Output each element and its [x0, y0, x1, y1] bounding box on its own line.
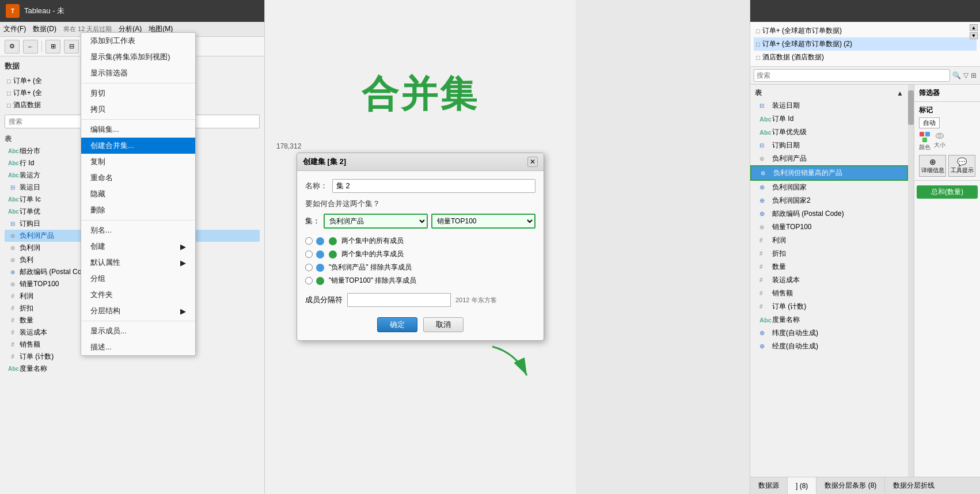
- dialog-member-input[interactable]: [347, 293, 451, 307]
- dialog-cancel-button[interactable]: 取消: [423, 317, 464, 332]
- radio-exclude-set2-input[interactable]: [305, 277, 313, 284]
- ds-scroll-up[interactable]: ▲: [970, 24, 978, 31]
- radio-exclude-set1-input[interactable]: [305, 264, 313, 271]
- rt-icon-abc3: Abc: [759, 317, 770, 324]
- rt-field-dingdanyoux[interactable]: Abc 订单优先级: [750, 126, 908, 139]
- cm-default-props-label: 默认属性: [90, 257, 120, 268]
- cm-create[interactable]: 创建 ▶: [81, 238, 195, 254]
- rt-field-zhekou[interactable]: # 折扣: [750, 247, 908, 260]
- rt-label: 负利润国家: [772, 183, 807, 192]
- cm-describe[interactable]: 描述...: [81, 339, 195, 355]
- dialog-set1-select[interactable]: 负利润产品: [324, 214, 428, 229]
- menu-data[interactable]: 数据(D): [33, 24, 56, 34]
- dialog-close-button[interactable]: ✕: [527, 157, 538, 167]
- field-label: 度量名称: [20, 364, 47, 374]
- arrow-container: [297, 341, 544, 387]
- menu-file[interactable]: 文件(F): [3, 24, 26, 34]
- dialog-buttons: 确定 取消: [305, 313, 535, 332]
- right-scrollbar[interactable]: [908, 85, 914, 477]
- marks-color-label: 颜色: [919, 143, 930, 151]
- cm-alias[interactable]: 别名...: [81, 222, 195, 238]
- rt-label: 装运成本: [772, 275, 800, 285]
- cm-add-worksheet[interactable]: 添加到工作表: [81, 33, 195, 49]
- dialog-set2-select[interactable]: 销量TOP100: [431, 214, 535, 229]
- rt-field-lirun[interactable]: # 利润: [750, 234, 908, 247]
- radio-shared-members[interactable]: 两个集中的共享成员: [305, 248, 535, 261]
- right-table-header[interactable]: 表 ▲: [750, 87, 908, 99]
- rt-field-fulirun-highlighted[interactable]: ⊚ 负利润但销量高的产品: [750, 165, 908, 181]
- cm-show-members[interactable]: 显示成员...: [81, 323, 195, 339]
- auto-box[interactable]: 自动: [919, 117, 940, 128]
- cm-edit-set[interactable]: 编辑集...: [81, 121, 195, 138]
- rt-field-shuliang[interactable]: # 数量: [750, 260, 908, 273]
- detail-btn[interactable]: ⊕ 详细信息: [919, 155, 946, 177]
- cm-default-props[interactable]: 默认属性 ▶: [81, 254, 195, 271]
- ds-scroll-down[interactable]: ▼: [970, 32, 978, 39]
- right-search-input[interactable]: [754, 69, 950, 82]
- right-ds-2[interactable]: □ 订单+ (全球超市订单数据) (2): [754, 37, 977, 51]
- bottom-tabs: 数据源 ] (8) 数据分层条形 (8) 数据分层折线: [750, 477, 980, 494]
- cm-copy[interactable]: 拷贝: [81, 101, 195, 117]
- tab-8[interactable]: ] (8): [788, 477, 816, 494]
- dialog-title: 创建集 [集 2]: [303, 157, 346, 167]
- dialog-name-input[interactable]: [332, 179, 535, 193]
- rt-field-dinggourq[interactable]: ⊟ 订购日期: [750, 139, 908, 152]
- tooltip-btn[interactable]: 💬 工具提示: [948, 155, 975, 177]
- tab-bar[interactable]: 数据分层条形 (8): [816, 477, 885, 494]
- right-ds-1[interactable]: □ 订单+ (全球超市订单数据): [754, 24, 977, 37]
- rt-field-zhuangyunrq[interactable]: ⊟ 装运日期: [750, 99, 908, 112]
- rt-field-fulirunguojia2[interactable]: ⊕ 负利润国家2: [750, 194, 908, 207]
- radio-shared-members-input[interactable]: [305, 250, 313, 258]
- right-scrollbar-thumb[interactable]: [908, 90, 914, 125]
- marks-size[interactable]: 大小: [934, 132, 945, 151]
- rt-field-duliang[interactable]: Abc 度量名称: [750, 313, 908, 326]
- rt-field-zhuangyuncb[interactable]: # 装运成本: [750, 273, 908, 287]
- right-search-area: 🔍 ▽ ⊞: [750, 67, 980, 85]
- cm-create-combined-set[interactable]: 创建合并集...: [81, 138, 195, 154]
- radio-exclude-set1[interactable]: "负利润产品" 排除共享成员: [305, 261, 535, 274]
- rt-field-fuliruncp[interactable]: ⊚ 负利润产品: [750, 152, 908, 165]
- filters-section: 筛选器: [914, 85, 980, 102]
- cm-show-filter[interactable]: 显示筛选器: [81, 65, 195, 81]
- rt-field-youzhengbm[interactable]: ⊕ 邮政编码 (Postal Code): [750, 207, 908, 221]
- cm-delete[interactable]: 删除: [81, 202, 195, 218]
- marks-color[interactable]: 颜色: [919, 132, 930, 151]
- rt-icon-globe3: ⊕: [759, 210, 770, 218]
- far-right-panel: 筛选器 标记 自动 颜色: [914, 85, 980, 477]
- field-icon-circle1: ⊚: [8, 233, 17, 239]
- cm-folder[interactable]: 文件夹: [81, 287, 195, 303]
- toolbar-btn-3[interactable]: ⊞: [45, 40, 60, 54]
- cm-duplicate[interactable]: 复制: [81, 154, 195, 170]
- rt-field-fulirunguojia[interactable]: ⊕ 负利润国家: [750, 181, 908, 194]
- tab-line[interactable]: 数据分层折线: [885, 477, 943, 494]
- toolbar-btn-4[interactable]: ⊟: [64, 40, 79, 54]
- right-ds-3[interactable]: □ 酒店数据 (酒店数据): [754, 51, 977, 64]
- radio-exclude-set2[interactable]: "销量TOP100" 排除共享成员: [305, 274, 535, 287]
- radio-all-members[interactable]: 两个集中的所有成员: [305, 234, 535, 248]
- total-badge[interactable]: 总和(数量): [917, 185, 978, 199]
- cm-hierarchy[interactable]: 分层结构 ▶: [81, 303, 195, 319]
- dialog-name-label: 名称：: [305, 181, 328, 191]
- radio-all-members-input[interactable]: [305, 237, 313, 245]
- rt-field-xiaoshoue[interactable]: # 销售额: [750, 287, 908, 300]
- marks-icons-area: 颜色 大小: [917, 130, 978, 154]
- rt-field-dingdanid[interactable]: Abc 订单 Id: [750, 112, 908, 126]
- rt-field-xiaoliangtop[interactable]: ⊚ 销量TOP100: [750, 221, 908, 234]
- rt-field-jingdu[interactable]: ⊕ 经度(自动生成): [750, 340, 908, 353]
- tab-datasource[interactable]: 数据源: [750, 477, 788, 494]
- toolbar-btn-1[interactable]: ⚙: [5, 40, 20, 54]
- set-icon-green2: [329, 250, 337, 259]
- cm-cut[interactable]: 剪切: [81, 85, 195, 101]
- cm-show-set[interactable]: 显示集(将集添加到视图): [81, 49, 195, 65]
- cm-hide[interactable]: 隐藏: [81, 186, 195, 202]
- size-icon: [935, 132, 945, 140]
- cm-rename[interactable]: 重命名: [81, 170, 195, 186]
- rt-label: 装运日期: [772, 101, 800, 111]
- rt-field-dingdan-count[interactable]: # 订单 (计数): [750, 300, 908, 313]
- toolbar-btn-back[interactable]: ←: [23, 40, 38, 54]
- cm-group[interactable]: 分组: [81, 271, 195, 287]
- field-duliang[interactable]: Abc 度量名称: [5, 363, 260, 375]
- rt-field-weidu[interactable]: ⊕ 纬度(自动生成): [750, 326, 908, 340]
- dialog-ok-button[interactable]: 确定: [377, 317, 417, 332]
- set-icon-blue: [316, 237, 324, 245]
